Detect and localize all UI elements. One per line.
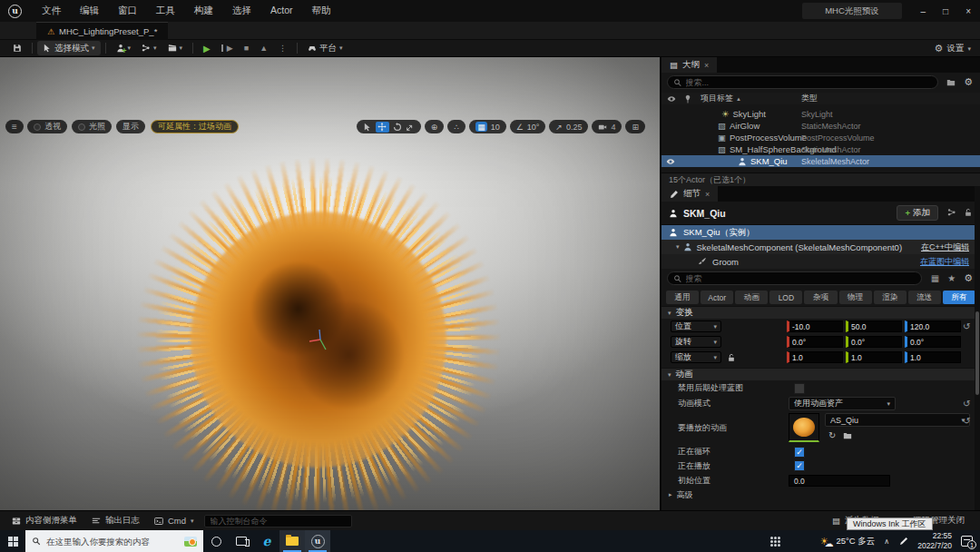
details-scrollbar-thumb[interactable]	[975, 311, 979, 395]
edit-in-blueprint-link[interactable]: 在蓝图中编辑	[920, 256, 969, 268]
rotation-x-field[interactable]: 0.0°	[787, 336, 843, 348]
location-x-field[interactable]: -10.0	[787, 320, 843, 332]
ime-grid-icon[interactable]	[770, 537, 780, 547]
blueprint-convert-icon[interactable]	[947, 208, 956, 217]
cmd-dropdown[interactable]: Cmd ▾	[150, 513, 199, 529]
close-button[interactable]: ×	[965, 6, 971, 16]
eject-button[interactable]: ▲	[254, 41, 273, 55]
menu-file[interactable]: 文件	[42, 5, 61, 17]
level-viewport[interactable]: ≡ 透视 光照 显示 可延属性：过场动画 ⊕ ∴ ▦ 10	[0, 57, 660, 510]
use-selected-asset-icon[interactable]: ↻	[828, 430, 836, 440]
details-search-input[interactable]	[686, 274, 916, 283]
outliner-row-selected[interactable]: SKM_Qiu SkeletalMeshActor	[662, 155, 980, 167]
favorites-star-icon[interactable]: ★	[947, 273, 956, 283]
scalability-warning-button[interactable]: 可延属性：过场动画	[151, 120, 239, 133]
internet-explorer-button[interactable]: e	[254, 530, 279, 552]
filter-all[interactable]: 所有	[943, 291, 975, 304]
filter-actor[interactable]: Actor	[701, 291, 733, 304]
scale-y-field[interactable]: 1.0	[846, 351, 902, 363]
item-label-column[interactable]: 项目标签	[701, 93, 733, 104]
camera-speed-control[interactable]: 4	[592, 120, 622, 133]
tab-details[interactable]: 细节 ×	[662, 186, 718, 202]
play-options-dots[interactable]: ⋮	[273, 41, 292, 55]
output-log-button[interactable]: 输出日志	[87, 513, 144, 529]
disable-postprocess-checkbox[interactable]	[794, 383, 805, 394]
platform-dropdown[interactable]: 平台 ▾	[302, 41, 348, 55]
browse-to-asset-icon[interactable]	[843, 431, 852, 440]
menu-window[interactable]: 窗口	[118, 5, 137, 17]
action-center-button[interactable]: 1	[961, 536, 973, 547]
menu-actor[interactable]: Actor	[270, 5, 293, 17]
frame-skip-button[interactable]: ▶	[216, 41, 239, 55]
maximize-viewport-button[interactable]: ⊞	[625, 120, 645, 133]
task-view-button[interactable]	[229, 530, 254, 552]
outliner-search-input[interactable]	[686, 78, 932, 87]
scale-z-field[interactable]: 1.0	[905, 351, 961, 363]
rotation-dropdown[interactable]: 旋转▾	[671, 336, 721, 348]
lock-open-icon[interactable]	[964, 208, 973, 217]
pen-icon[interactable]	[898, 537, 908, 547]
initial-position-field[interactable]: 0.0	[789, 475, 890, 487]
close-icon[interactable]: ×	[705, 190, 710, 199]
weather-widget[interactable]: ☀ ☁ 25°C 多云	[820, 535, 876, 548]
animation-mode-dropdown[interactable]: 使用动画资产▾	[789, 397, 896, 410]
taskbar-search-input[interactable]	[46, 537, 179, 547]
transform-gizmo[interactable]	[307, 326, 334, 353]
filter-streaming[interactable]: 流送	[908, 291, 941, 304]
filter-physics[interactable]: 物理	[839, 291, 872, 304]
menu-edit[interactable]: 编辑	[80, 5, 99, 17]
move-tool-active[interactable]	[376, 122, 389, 133]
reset-animation-icon[interactable]: ↺	[963, 416, 970, 426]
scale-tool-icon[interactable]	[406, 123, 415, 132]
reset-location-icon[interactable]: ↺	[963, 321, 970, 331]
save-button[interactable]	[7, 41, 27, 55]
filter-animation[interactable]: 动画	[735, 291, 768, 304]
filter-rendering[interactable]: 渲染	[874, 291, 906, 304]
location-y-field[interactable]: 50.0	[846, 320, 902, 332]
grid-snap-control[interactable]: ▦ 10	[469, 120, 506, 133]
menu-build[interactable]: 构建	[194, 5, 213, 17]
outliner-row[interactable]: ▧ SM_HalfSphereBackground StaticMeshActo…	[662, 143, 980, 155]
select-tool-icon[interactable]	[363, 123, 372, 132]
level-asset-tab[interactable]: ⚠ MHC_LightingPreset_P_*	[36, 22, 168, 40]
filter-lod[interactable]: LOD	[769, 291, 802, 304]
details-settings-icon[interactable]: ⚙	[964, 272, 973, 284]
outliner-search[interactable]	[667, 75, 938, 89]
restore-button[interactable]: □	[943, 6, 948, 16]
scale-snap-control[interactable]: ↗ 0.25	[549, 120, 588, 133]
menu-tools[interactable]: 工具	[156, 5, 175, 17]
advanced-row[interactable]: ▸ 高级	[662, 488, 980, 501]
stop-button[interactable]: ■	[239, 41, 254, 55]
perspective-dropdown[interactable]: 透视	[27, 120, 67, 133]
pin-column-icon[interactable]	[683, 94, 692, 104]
playing-checkbox[interactable]: ✓	[794, 460, 805, 471]
console-command-input[interactable]	[204, 515, 352, 527]
outliner-row[interactable]: ▧ AirGlow StaticMeshActor	[662, 120, 980, 132]
display-options-icon[interactable]: ▦	[931, 273, 939, 283]
surface-snapping-button[interactable]: ∴	[447, 120, 466, 133]
details-search[interactable]	[667, 271, 922, 285]
taskbar-search[interactable]	[25, 530, 203, 552]
component-row-skeletalmesh[interactable]: ▾ SkeletalMeshComponent (SkeletalMeshCom…	[662, 240, 980, 254]
location-z-field[interactable]: 120.0	[905, 320, 961, 332]
location-dropdown[interactable]: 位置▾	[671, 320, 721, 332]
cortana-button[interactable]	[203, 530, 229, 552]
menu-help[interactable]: 帮助	[312, 5, 331, 17]
animation-asset-thumbnail[interactable]	[789, 413, 819, 442]
transform-section-header[interactable]: ▾ 变换	[662, 306, 980, 319]
reset-animation-mode-icon[interactable]: ↺	[963, 399, 970, 409]
scale-x-field[interactable]: 1.0	[787, 351, 843, 363]
menu-select[interactable]: 选择	[232, 5, 251, 17]
eye-icon[interactable]	[666, 157, 675, 166]
new-folder-icon[interactable]	[946, 78, 956, 87]
add-actor-dropdown[interactable]: + ▾	[111, 41, 137, 55]
start-button[interactable]	[0, 530, 25, 552]
outliner-settings-icon[interactable]: ⚙	[964, 76, 973, 88]
edit-in-cpp-link[interactable]: 在C++中编辑	[921, 242, 969, 253]
scale-dropdown[interactable]: 缩放▾	[671, 351, 721, 363]
component-row-groom[interactable]: Groom 在蓝图中编辑	[662, 254, 980, 269]
minimize-button[interactable]: –	[921, 6, 926, 16]
add-component-button[interactable]: + 添加	[897, 205, 938, 221]
filter-general[interactable]: 通用	[666, 291, 699, 304]
hidden-icons-chevron[interactable]: ∧	[884, 537, 889, 546]
